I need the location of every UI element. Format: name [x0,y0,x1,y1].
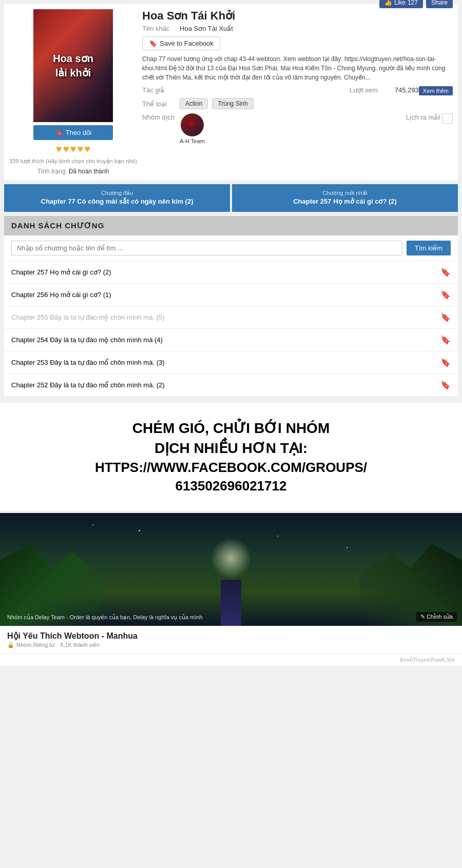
genre-action[interactable]: Action [180,98,208,109]
heart-3[interactable]: ♥ [70,143,76,155]
likes-count: 339 lượt thích (Hãy bình chọn cho truyện… [9,158,137,165]
promo-banner: CHÉM GIÓ, CHỬI BỚI NHÓM DỊCH NHIỀU HƠN T… [0,403,462,511]
manga-description: Chap 77 novel tương ứng với chap 43-44 w… [142,54,453,82]
chapter-item-title: Chapter 255 Đây là ta tự đào mộ chôn mìn… [11,313,440,321]
fb-banner: Nhóm của Delay Team - Order là quyền của… [0,513,462,626]
the-loai-row: Thể loại Action Trùng Sinh [142,98,453,109]
save-facebook-button[interactable]: 🔖 Save to Facebook [142,36,220,50]
promo-line4: 61350269602171​2 [10,477,452,495]
chapter-bookmark-icon[interactable]: 🔖 [440,312,451,322]
nhom-dich-row: Nhóm dịch 👁 A-H Team Lịch ra mất [142,113,453,144]
chapter-navigation: Chương đầu Chapter 77 Có công mài sắt có… [4,184,458,212]
banner-glow [210,538,252,579]
chapter-item[interactable]: Chapter 255 Đây là ta tự đào mộ chôn mìn… [4,306,458,329]
manga-title: Hoa Sơn Tái Khởi [142,9,235,23]
heart-4[interactable]: ♥ [77,143,83,155]
chapter-bookmark-icon[interactable]: 🔖 [440,380,451,390]
fb-group-section: Nhóm của Delay Team - Order là quyền của… [0,513,462,666]
watermark: KenhTruyenTranh.Net [0,654,462,666]
fb-group-subtitle-row: 🔒 Nhóm Riêng tư · 8,1K thành viên [7,642,455,648]
first-chapter-button[interactable]: Chương đầu Chapter 77 Có công mài sắt có… [4,184,230,212]
heart-2[interactable]: ♥ [63,143,69,155]
promo-line3: HTTPS://WWW.FACEBOOK.COM/GROUPS/ [10,458,452,477]
promo-line1: CHÉM GIÓ, CHỬI BỚI NHÓM [10,418,452,438]
hearts-row: ♥ ♥ ♥ ♥ ♥ [56,143,90,155]
fb-group-name: Hội Yêu Thích Webtoon - Manhua [7,631,455,641]
chapter-item[interactable]: Chapter 252 Đây là ta tự đào mổ chôn mìn… [4,374,458,397]
chapter-item-title: Chapter 257 Họ mở cái gì cơ? (2) [11,268,440,276]
like-share-row: 👍 Like 127 Share [379,0,453,8]
chapter-bookmark-icon[interactable]: 🔖 [440,290,451,300]
manga-info-section: Hoa sơnlải khởi 🔖 Theo dõi ♥ ♥ ♥ ♥ ♥ 339… [4,4,458,180]
manga-left-column: Hoa sơnlải khởi 🔖 Theo dõi ♥ ♥ ♥ ♥ ♥ 339… [9,9,137,175]
banner-figure [221,580,241,626]
calendar-icon [442,113,453,124]
thumbs-up-icon: 👍 [384,0,392,6]
chapter-search-button[interactable]: Tìm kiếm [407,241,451,255]
chapter-list-section: DANH SÁCH CHƯƠNG Tìm kiếm Chapter 257 Họ… [4,216,458,397]
chapter-item[interactable]: Chapter 254 Đây là ta tự đào mộ chôn mìn… [4,329,458,351]
translator-avatar: 👁 [181,113,204,136]
heart-5[interactable]: ♥ [84,143,90,155]
chapter-items-container: Chapter 257 Họ mở cái gì cơ? (2) 🔖 Chapt… [4,261,458,397]
heart-1[interactable]: ♥ [56,143,62,155]
xem-them-button[interactable]: Xem thêm [419,86,453,95]
chapter-bookmark-icon[interactable]: 🔖 [440,335,451,345]
promo-line2: DỊCH NHIỀU HƠN TẠI: [10,438,452,458]
banner-subtitle-text: Nhóm của Delay Team - Order là quyền của… [7,614,203,621]
chapter-item[interactable]: Chapter 256 Họ mở cái gì cơ? (1) 🔖 [4,284,458,306]
chapter-item[interactable]: Chapter 257 Họ mở cái gì cơ? (2) 🔖 [4,261,458,284]
chinh-sua-button[interactable]: ✎ Chỉnh sửa [416,612,457,622]
like-button[interactable]: 👍 Like 127 [379,0,423,8]
chapter-item-title: Chapter 254 Đây là ta tự đào mộ chôn mìn… [11,336,440,344]
chapter-list-header: DANH SÁCH CHƯƠNG [4,216,458,235]
chapter-bookmark-icon[interactable]: 🔖 [440,267,451,277]
genre-trung-sinh[interactable]: Trùng Sinh [212,98,253,109]
chapter-search-input[interactable] [11,241,402,255]
tac-gia-row: Tác giả Lượt xem 745,293 [142,86,419,94]
fb-group-info: Hội Yêu Thích Webtoon - Manhua 🔒 Nhóm Ri… [0,626,462,654]
manga-details: Hoa Sơn Tái Khởi 👍 Like 127 Share Tên kh… [142,9,453,175]
alt-title-row: Tên khác Hoa Sơn Tái Xuất [142,25,453,32]
bookmark-fb-icon: 🔖 [149,40,157,47]
chapter-item-title: Chapter 256 Họ mở cái gì cơ? (1) [11,291,440,299]
chapter-item-title: Chapter 253 Đây là ta tự đào mổ chôn mìn… [11,359,440,366]
theo-doi-button[interactable]: 🔖 Theo dõi [33,125,113,140]
banner-trees-left [0,544,103,626]
tinh-trang-row: Tình trạng Đã hoàn thành [37,168,109,175]
chapter-item-title: Chapter 252 Đây là ta tự đào mổ chôn mìn… [11,381,440,389]
chapter-bookmark-icon[interactable]: 🔖 [440,358,451,367]
share-button[interactable]: Share [426,0,453,8]
chapter-item[interactable]: Chapter 253 Đây là ta tự đào mổ chôn mìn… [4,351,458,374]
chapter-search-row: Tìm kiếm [4,235,458,261]
manga-cover: Hoa sơnlải khởi [33,9,113,122]
lock-icon: 🔒 [7,642,14,648]
latest-chapter-button[interactable]: Chương mới nhất Chapter 257 Họ mở cái gì… [232,184,458,212]
bookmark-icon: 🔖 [55,129,63,136]
